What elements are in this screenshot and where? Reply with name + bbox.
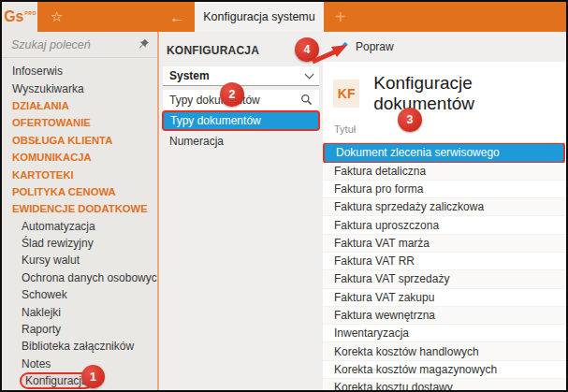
tab-konfiguracja-systemu[interactable]: Konfiguracja systemu [195, 2, 324, 32]
sidebar-item[interactable]: Notes [2, 356, 157, 372]
document-type-label: Faktura VAT marża [334, 237, 430, 250]
sidebar-search-placeholder: Szukaj poleceń [11, 38, 138, 51]
sidebar-item[interactable]: KARTOTEKI [2, 166, 157, 182]
chevron-down-icon [305, 69, 314, 79]
top-bar: GsPRO ☆ ← Konfiguracja systemu + [2, 2, 566, 32]
sidebar-item-label: KARTOTEKI [12, 169, 74, 181]
sidebar-item[interactable]: OFERTOWANIE [2, 114, 157, 131]
document-type-row[interactable]: Faktura VAT sprzedaży [323, 270, 566, 288]
sidebar-item[interactable]: EWIDENCJE DODATKOWE [2, 200, 157, 217]
configuration-panel: KONFIGURACJA System Typy dokumentów Typy… [159, 32, 323, 390]
main-titlebar: KF Konfiguracje dokumentów [323, 62, 566, 123]
sidebar-item[interactable]: Schowek [2, 286, 157, 303]
content-area: Szukaj poleceń Infoserwis Wyszukiwarka D… [2, 32, 566, 390]
document-type-row[interactable]: Korekta kosztu dostawy [323, 379, 566, 390]
search-icon[interactable] [300, 94, 313, 106]
document-type-row[interactable]: Faktura sprzedaży zaliczkowa [323, 198, 566, 216]
config-sections-list: Typy dokumentów Numeracja [163, 112, 319, 149]
document-type-row[interactable]: Dokument zlecenia serwisowego [325, 144, 563, 162]
app-logo-pro-label: PRO [25, 10, 36, 16]
sidebar-item-label: OFERTOWANIE [12, 117, 91, 128]
document-type-label: Korekta kosztu dostawy [334, 381, 453, 390]
document-type-label: Faktura VAT sprzedaży [334, 272, 449, 285]
sidebar-item[interactable]: Raporty [2, 321, 157, 338]
config-section-item[interactable]: Typy dokumentów [164, 112, 318, 129]
document-type-label: Dokument zlecenia serwisowego [336, 146, 500, 159]
sidebar-item-label: Biblioteka załączników [22, 340, 134, 353]
sidebar-item[interactable]: Konfiguracja [2, 372, 157, 389]
sidebar-item-label: Kursy walut [22, 254, 80, 267]
document-type-label: Faktura sprzedaży zaliczkowa [334, 200, 484, 213]
sidebar-item[interactable]: Ochrona danych osobowych [2, 269, 157, 286]
sidebar: Szukaj poleceń Infoserwis Wyszukiwarka D… [2, 32, 157, 390]
document-type-row[interactable]: Korekta kosztów magazynowych [323, 361, 566, 379]
document-type-label: Korekta kosztów magazynowych [334, 363, 497, 376]
sidebar-item[interactable]: Naklejki [2, 303, 157, 320]
document-type-label: Faktura pro forma [334, 182, 423, 196]
document-type-row[interactable]: Faktura pro forma [323, 181, 566, 198]
back-arrow-icon[interactable]: ← [169, 9, 185, 25]
sidebar-item[interactable]: Infoserwis [2, 63, 157, 80]
sidebar-item-label: Naklejki [22, 306, 61, 319]
app-logo-text: Gs [4, 8, 23, 25]
kf-module-badge: KF [333, 80, 359, 108]
main-panel: Popraw KF Konfiguracje dokumentów Tytuł … [323, 32, 566, 390]
sidebar-item-label: Ślad rewizyjny [22, 237, 94, 250]
sidebar-item-label: Infoserwis [12, 65, 63, 78]
tab-bar-left: ☆ ← [37, 2, 195, 32]
sidebar-item[interactable]: OBSŁUGA KLIENTA [2, 132, 157, 149]
sidebar-item[interactable]: KOMUNIKACJA [2, 149, 157, 166]
main-toolbar: Popraw [323, 32, 566, 62]
sidebar-item[interactable]: Automatyzacja [2, 218, 157, 235]
sidebar-item-label: EWIDENCJE DODATKOWE [12, 203, 148, 214]
popraw-button[interactable]: Popraw [356, 40, 394, 53]
document-type-label: Faktura VAT RR [334, 254, 415, 268]
document-type-row[interactable]: Faktura VAT zakupu [323, 289, 566, 307]
config-search-input[interactable]: Typy dokumentów [163, 90, 319, 109]
sidebar-item-label: DZIAŁANIA [12, 100, 69, 111]
pencil-icon[interactable] [333, 39, 349, 55]
sidebar-item[interactable]: DZIAŁANIA [2, 97, 157, 114]
document-type-row[interactable]: Faktura wewnętrzna [323, 307, 566, 325]
document-type-row[interactable]: Inwentaryzacja [323, 325, 566, 342]
document-type-label: Korekta kosztów handlowych [334, 345, 479, 358]
document-types-list: Dokument zlecenia serwisowego Faktura de… [323, 143, 566, 390]
sidebar-item[interactable]: Kursy walut [2, 252, 157, 269]
sidebar-item-label: Ochrona danych osobowych [22, 271, 163, 284]
sidebar-item-label: Automatyzacja [22, 220, 95, 233]
new-tab-plus-icon[interactable]: + [335, 7, 346, 26]
config-section-item[interactable]: Numeracja [163, 133, 319, 149]
sidebar-item-label: Konfiguracja [22, 374, 92, 387]
tab-label: Konfiguracja systemu [203, 10, 315, 23]
sidebar-item-label: POLITYKA CENOWA [12, 186, 116, 197]
config-section-label: Typy dokumentów [170, 114, 261, 127]
document-type-label: Inwentaryzacja [334, 327, 409, 340]
page-title: Konfiguracje dokumentów [373, 73, 566, 114]
sidebar-item[interactable]: Wyszukiwarka [2, 80, 157, 96]
sidebar-item[interactable]: Ślad rewizyjny [2, 235, 157, 252]
sidebar-item-label: KOMUNIKACJA [12, 152, 92, 163]
config-search-value: Typy dokumentów [169, 94, 300, 107]
sidebar-item[interactable]: Biblioteka załączników [2, 338, 157, 355]
document-type-row[interactable]: Faktura detaliczna [323, 163, 566, 181]
document-type-row[interactable]: Faktura VAT RR [323, 253, 566, 270]
sidebar-item-label: Schowek [22, 288, 67, 301]
sidebar-item-label: Notes [22, 357, 51, 370]
sidebar-nav: Infoserwis Wyszukiwarka DZIAŁANIA OFERTO… [2, 58, 157, 389]
sidebar-item[interactable]: POLITYKA CENOWA [2, 183, 157, 200]
document-type-label: Faktura detaliczna [334, 165, 426, 178]
favorites-star-icon[interactable]: ☆ [51, 8, 63, 25]
document-type-row[interactable]: Faktura VAT marża [323, 235, 566, 253]
configuration-panel-title: KONFIGURACJA [167, 44, 319, 57]
config-section-label: Numeracja [169, 135, 224, 148]
sidebar-search[interactable]: Szukaj poleceń [2, 32, 157, 58]
document-type-row[interactable]: Korekta kosztów handlowych [323, 342, 566, 360]
column-header-tytul[interactable]: Tytuł [323, 123, 566, 143]
app-logo[interactable]: GsPRO [2, 2, 37, 32]
document-type-row[interactable]: Faktura uproszczona [323, 216, 566, 234]
sidebar-item-label: Wyszukiwarka [12, 82, 84, 95]
document-type-label: Faktura wewnętrzna [334, 309, 435, 322]
document-type-label: Faktura uproszczona [334, 219, 439, 232]
pin-icon[interactable] [138, 38, 150, 51]
scope-select[interactable]: System [163, 66, 319, 86]
